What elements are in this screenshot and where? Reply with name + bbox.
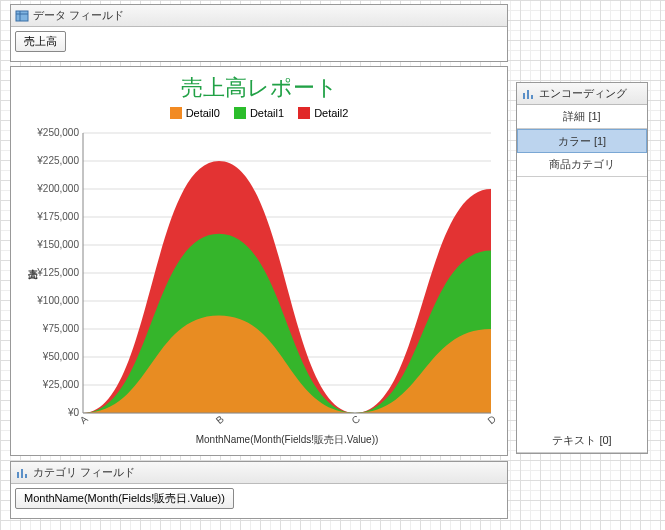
svg-text:¥175,000: ¥175,000 — [36, 211, 79, 222]
svg-text:A: A — [78, 413, 90, 426]
svg-text:¥225,000: ¥225,000 — [36, 155, 79, 166]
chart-panel: 売上高レポート Detail0Detail1Detail2 売上高 ¥0¥25,… — [10, 66, 508, 456]
chart-title: 売上高レポート — [11, 67, 507, 103]
svg-rect-34 — [531, 95, 533, 99]
svg-rect-32 — [523, 93, 525, 99]
encoding-title: エンコーディング — [539, 86, 627, 101]
table-icon — [15, 9, 29, 23]
legend-swatch — [234, 107, 246, 119]
svg-text:¥250,000: ¥250,000 — [36, 127, 79, 138]
legend-item: Detail0 — [170, 107, 220, 119]
bars-icon — [15, 466, 29, 480]
legend-swatch — [170, 107, 182, 119]
svg-rect-36 — [21, 469, 23, 478]
svg-rect-0 — [16, 11, 28, 21]
svg-text:¥75,000: ¥75,000 — [42, 323, 80, 334]
svg-text:¥25,000: ¥25,000 — [42, 379, 80, 390]
svg-text:¥0: ¥0 — [67, 407, 80, 418]
encoding-item[interactable]: 詳細 [1] — [517, 105, 647, 129]
legend-label: Detail0 — [186, 107, 220, 119]
svg-rect-35 — [17, 472, 19, 478]
svg-text:MonthName(Month(Fields!販売日.Val: MonthName(Month(Fields!販売日.Value)) — [196, 434, 379, 445]
svg-text:¥50,000: ¥50,000 — [42, 351, 80, 362]
legend-label: Detail2 — [314, 107, 348, 119]
encoding-panel: エンコーディング 詳細 [1]カラー [1]商品カテゴリ テキスト [0] — [516, 82, 648, 454]
legend-label: Detail1 — [250, 107, 284, 119]
legend-item: Detail1 — [234, 107, 284, 119]
data-fields-header: データ フィールド — [11, 5, 507, 27]
category-field-button[interactable]: MonthName(Month(Fields!販売日.Value)) — [15, 488, 234, 509]
legend-item: Detail2 — [298, 107, 348, 119]
legend-swatch — [298, 107, 310, 119]
category-fields-header: カテゴリ フィールド — [11, 462, 507, 484]
chart-legend: Detail0Detail1Detail2 — [11, 103, 507, 123]
svg-rect-37 — [25, 474, 27, 478]
chart-plot: ¥0¥25,000¥50,000¥75,000¥100,000¥125,000¥… — [11, 123, 509, 453]
svg-text:C: C — [350, 413, 363, 426]
encoding-icon — [521, 87, 535, 101]
svg-text:B: B — [214, 413, 226, 426]
data-field-button[interactable]: 売上高 — [15, 31, 66, 52]
category-fields-panel: カテゴリ フィールド MonthName(Month(Fields!販売日.Va… — [10, 461, 508, 519]
encoding-header: エンコーディング — [517, 83, 647, 105]
encoding-item[interactable]: カラー [1] — [517, 129, 647, 153]
svg-text:D: D — [486, 413, 499, 426]
svg-text:¥100,000: ¥100,000 — [36, 295, 79, 306]
encoding-item[interactable]: 商品カテゴリ — [517, 153, 647, 177]
data-fields-title: データ フィールド — [33, 8, 124, 23]
svg-text:¥150,000: ¥150,000 — [36, 239, 79, 250]
svg-rect-33 — [527, 90, 529, 99]
data-fields-panel: データ フィールド 売上高 — [10, 4, 508, 62]
svg-text:¥125,000: ¥125,000 — [36, 267, 79, 278]
encoding-text-item[interactable]: テキスト [0] — [517, 429, 647, 453]
svg-text:¥200,000: ¥200,000 — [36, 183, 79, 194]
category-fields-title: カテゴリ フィールド — [33, 465, 135, 480]
